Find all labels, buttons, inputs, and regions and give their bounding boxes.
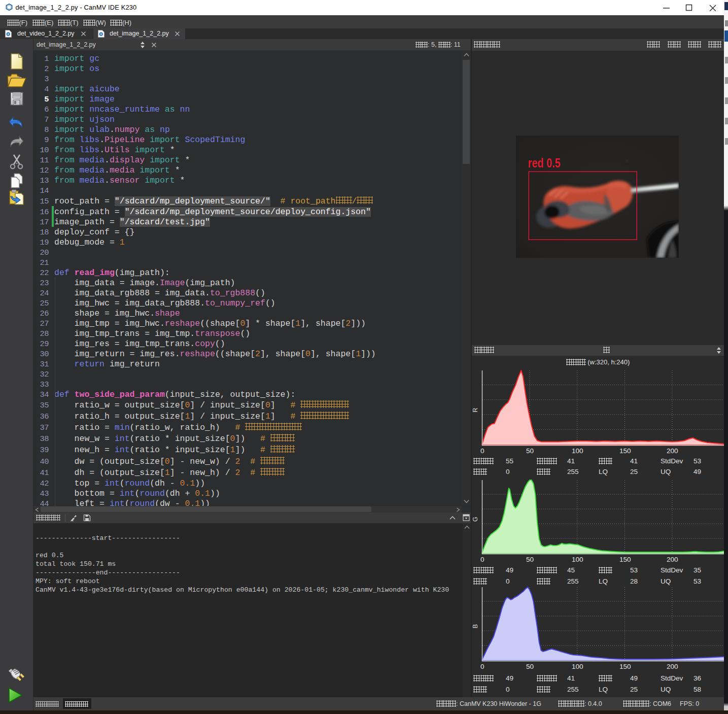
svg-text:150: 150 — [619, 556, 631, 563]
svg-text:50: 50 — [526, 663, 534, 670]
svg-text:100: 100 — [572, 663, 583, 670]
svg-text:0: 0 — [480, 556, 484, 563]
svg-text:red 0.5: red 0.5 — [528, 155, 561, 171]
svg-text:100: 100 — [572, 556, 583, 563]
svg-text:R: R — [472, 407, 479, 412]
svg-text:0: 0 — [480, 447, 484, 455]
svg-text:0: 0 — [480, 663, 484, 670]
svg-text:150: 150 — [619, 447, 631, 455]
svg-text:100: 100 — [572, 447, 583, 455]
svg-text:50: 50 — [526, 447, 534, 455]
svg-text:B: B — [472, 624, 479, 628]
svg-text:G: G — [472, 517, 479, 522]
svg-text:150: 150 — [619, 663, 631, 670]
svg-text:200: 200 — [667, 447, 678, 455]
svg-text:200: 200 — [667, 556, 678, 563]
svg-text:50: 50 — [526, 556, 534, 563]
svg-text:200: 200 — [667, 663, 678, 670]
